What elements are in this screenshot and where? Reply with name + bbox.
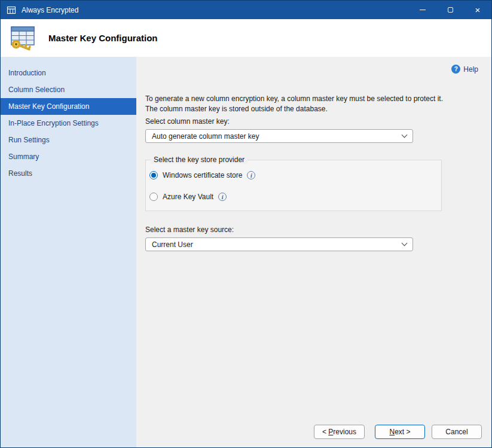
- minimize-button[interactable]: [409, 1, 436, 19]
- azure-key-vault-option[interactable]: Azure Key Vault i: [149, 193, 433, 201]
- sidebar-item-master-key-configuration[interactable]: Master Key Configuration: [1, 98, 136, 115]
- chevron-down-icon: [402, 240, 408, 246]
- help-link[interactable]: ? Help: [451, 65, 478, 74]
- master-key-source-label: Select a master key source:: [145, 225, 482, 234]
- titlebar: Always Encrypted ×: [1, 1, 491, 19]
- maximize-button[interactable]: [436, 1, 464, 19]
- wizard-steps-sidebar: Introduction Column Selection Master Key…: [1, 57, 136, 447]
- intro-text: To generate a new column encryption key,…: [145, 94, 445, 114]
- chevron-down-icon: [402, 132, 408, 138]
- sidebar-item-run-settings[interactable]: Run Settings: [1, 132, 136, 148]
- footer-buttons: < Previous Next > Cancel: [145, 425, 482, 439]
- master-key-source-dropdown[interactable]: Current User: [145, 237, 413, 251]
- next-button[interactable]: Next >: [375, 425, 425, 439]
- wizard-body: Introduction Column Selection Master Key…: [1, 57, 491, 447]
- wizard-header: Master Key Configuration: [1, 19, 491, 57]
- help-label: Help: [463, 65, 478, 74]
- main-content: ? Help To generate a new column encrypti…: [136, 57, 491, 447]
- window-controls: ×: [409, 1, 491, 19]
- radio-dot: [151, 173, 156, 178]
- azure-key-vault-label: Azure Key Vault: [163, 193, 213, 201]
- column-master-key-dropdown[interactable]: Auto generate column master key: [145, 129, 413, 143]
- cancel-button[interactable]: Cancel: [432, 425, 482, 439]
- key-store-provider-group: Select the key store provider Windows ce…: [145, 160, 442, 211]
- info-icon[interactable]: i: [247, 171, 255, 179]
- column-master-key-value: Auto generate column master key: [152, 132, 259, 141]
- sidebar-item-column-selection[interactable]: Column Selection: [1, 81, 136, 98]
- help-icon: ?: [451, 65, 460, 74]
- app-icon: [7, 5, 16, 15]
- key-store-provider-legend: Select the key store provider: [151, 156, 247, 164]
- previous-button[interactable]: < Previous: [314, 425, 365, 439]
- column-master-key-label: Select column master key:: [145, 117, 482, 126]
- minimize-icon: [420, 10, 426, 10]
- always-encrypted-window: Always Encrypted × Master Key Configurat…: [0, 0, 492, 448]
- master-key-source-value: Current User: [152, 240, 193, 249]
- sidebar-item-in-place-encryption-settings[interactable]: In-Place Encryption Settings: [1, 115, 136, 132]
- info-icon[interactable]: i: [218, 193, 227, 201]
- windows-certificate-store-radio[interactable]: [149, 171, 158, 179]
- sidebar-item-results: Results: [1, 165, 136, 182]
- close-button[interactable]: ×: [464, 1, 491, 19]
- windows-certificate-store-label: Windows certificate store: [163, 171, 242, 179]
- maximize-icon: [448, 7, 453, 13]
- windows-certificate-store-option[interactable]: Windows certificate store i: [149, 171, 433, 179]
- master-key-icon: [9, 25, 38, 51]
- page-title: Master Key Configuration: [48, 33, 158, 43]
- sidebar-item-introduction[interactable]: Introduction: [1, 65, 136, 81]
- azure-key-vault-radio[interactable]: [149, 193, 158, 201]
- window-title: Always Encrypted: [22, 6, 78, 14]
- close-icon: ×: [475, 5, 481, 14]
- sidebar-item-summary[interactable]: Summary: [1, 148, 136, 165]
